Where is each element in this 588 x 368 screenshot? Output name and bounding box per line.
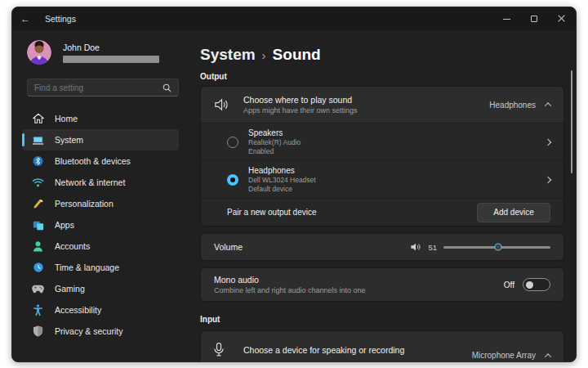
sidebar-item-label: Personalization <box>55 199 114 209</box>
pair-device-row: Pair a new output device Add device <box>201 198 564 226</box>
input-selected-value: Microphone Array <box>472 351 536 360</box>
volume-value: 51 <box>428 243 437 252</box>
add-device-button[interactable]: Add device <box>477 203 550 222</box>
time-language-icon <box>32 262 44 274</box>
window-controls <box>492 7 576 30</box>
volume-speaker-icon[interactable] <box>410 242 421 252</box>
volume-label: Volume <box>214 242 243 252</box>
chevron-up-icon[interactable] <box>545 102 551 109</box>
privacy-icon <box>32 325 44 338</box>
sidebar-item-system[interactable]: System <box>22 129 179 150</box>
device-row-headphones[interactable]: Headphones Dell WL3024 Headset Default d… <box>201 160 564 198</box>
pair-device-label: Pair a new output device <box>227 208 317 217</box>
sidebar-item-label: Apps <box>55 220 74 230</box>
page-title: Sound <box>273 46 321 64</box>
sidebar-item-home[interactable]: Home <box>22 108 179 129</box>
sidebar-item-personalization[interactable]: Personalization <box>22 193 179 214</box>
device-detail: Dell WL3024 Headset <box>248 176 316 184</box>
maximize-button[interactable] <box>520 7 548 30</box>
sidebar-item-label: Bluetooth & devices <box>55 156 131 166</box>
output-expander-title: Choose where to play sound <box>243 95 358 105</box>
input-device-card[interactable]: Choose a device for speaking or recordin… <box>200 330 564 362</box>
sidebar: John Doe Home System Blu <box>12 30 190 362</box>
settings-window: ← Settings John D <box>11 7 577 362</box>
output-selected-value: Headphones <box>489 101 536 110</box>
app-title: Settings <box>45 14 76 24</box>
device-status: Default device <box>248 185 316 193</box>
chevron-right-icon[interactable] <box>545 176 551 182</box>
close-icon <box>558 15 566 23</box>
sidebar-item-label: Accounts <box>55 241 90 251</box>
sidebar-item-privacy[interactable]: Privacy & security <box>22 321 179 342</box>
mono-audio-card: Mono audio Combine left and right audio … <box>200 267 564 302</box>
output-device-card: Choose where to play sound Apps might ha… <box>200 86 564 227</box>
sidebar-item-label: Home <box>55 114 78 123</box>
mono-toggle-state: Off <box>504 280 514 289</box>
network-icon <box>32 177 44 189</box>
gaming-icon <box>32 283 44 295</box>
main-content: System › Sound Output Choose where to pl… <box>190 30 576 362</box>
output-section-label: Output <box>200 72 564 81</box>
sidebar-nav: Home System Bluetooth & devices Network … <box>27 108 190 342</box>
sidebar-item-accounts[interactable]: Accounts <box>22 236 179 257</box>
breadcrumb: System › Sound <box>200 46 564 64</box>
sidebar-item-label: Gaming <box>55 284 85 294</box>
breadcrumb-system[interactable]: System <box>200 46 256 64</box>
sidebar-item-apps[interactable]: Apps <box>22 214 179 236</box>
accounts-icon <box>32 240 44 253</box>
toggle-knob <box>526 281 533 289</box>
home-icon <box>32 113 44 125</box>
sidebar-item-gaming[interactable]: Gaming <box>22 278 179 299</box>
device-name: Speakers <box>248 128 301 137</box>
back-button[interactable]: ← <box>12 13 38 25</box>
device-row-speakers[interactable]: Speakers Realtek(R) Audio Enabled <box>201 123 564 160</box>
output-expander-header[interactable]: Choose where to play sound Apps might ha… <box>201 87 564 123</box>
scrollbar[interactable] <box>571 70 572 173</box>
chevron-right-icon[interactable] <box>545 138 551 145</box>
user-profile[interactable]: John Doe <box>27 40 190 65</box>
chevron-up-icon[interactable] <box>545 353 551 360</box>
input-expander-title: Choose a device for speaking or recordin… <box>243 345 404 355</box>
personalization-icon <box>32 198 44 210</box>
radio-headphones[interactable] <box>227 174 238 186</box>
system-icon <box>32 134 44 146</box>
user-email-redacted <box>63 56 159 63</box>
search-input[interactable] <box>34 83 163 92</box>
minimize-button[interactable] <box>492 7 520 30</box>
mono-audio-title: Mono audio <box>214 275 366 285</box>
close-button[interactable] <box>548 7 576 30</box>
maximize-icon <box>531 16 537 22</box>
sidebar-item-label: Network & internet <box>55 177 125 187</box>
volume-card: Volume 51 <box>200 233 564 261</box>
bluetooth-icon <box>32 155 44 168</box>
sidebar-item-label: Time & language <box>55 263 119 272</box>
microphone-icon <box>214 343 232 357</box>
sidebar-item-time-language[interactable]: Time & language <box>22 257 179 278</box>
avatar <box>27 40 51 65</box>
titlebar: ← Settings <box>12 7 576 30</box>
accessibility-icon <box>32 304 44 316</box>
device-status: Enabled <box>248 147 301 155</box>
sidebar-item-label: System <box>55 135 83 145</box>
mono-audio-toggle[interactable] <box>523 278 550 291</box>
input-section-label: Input <box>200 315 564 324</box>
breadcrumb-separator: › <box>262 48 266 62</box>
mono-audio-subtitle: Combine left and right audio channels in… <box>214 286 366 294</box>
user-name: John Doe <box>63 43 159 52</box>
speaker-icon <box>214 98 232 111</box>
volume-slider-thumb[interactable] <box>495 245 501 250</box>
sidebar-item-network[interactable]: Network & internet <box>22 172 179 193</box>
minimize-icon <box>503 19 510 20</box>
sidebar-item-label: Privacy & security <box>55 326 122 336</box>
device-name: Headphones <box>248 166 316 175</box>
search-box[interactable] <box>27 79 179 96</box>
radio-speakers[interactable] <box>227 137 238 148</box>
apps-icon <box>32 219 44 231</box>
device-detail: Realtek(R) Audio <box>248 138 301 146</box>
volume-slider[interactable] <box>443 246 550 249</box>
sidebar-item-accessibility[interactable]: Accessibility <box>22 299 179 321</box>
search-icon <box>163 83 172 92</box>
output-expander-subtitle: Apps might have their own settings <box>243 106 358 114</box>
sidebar-item-bluetooth[interactable]: Bluetooth & devices <box>22 150 179 172</box>
sidebar-item-label: Accessibility <box>55 305 101 315</box>
